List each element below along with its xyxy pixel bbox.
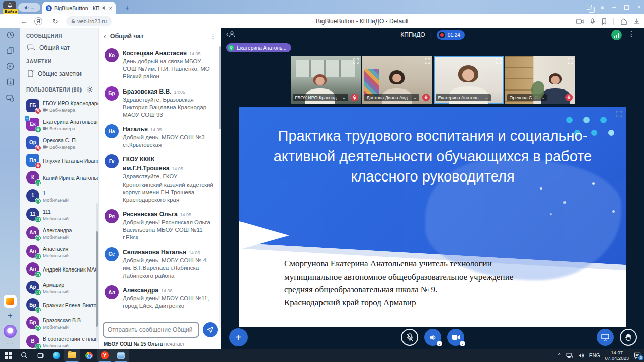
- user-list-item[interactable]: 1 ▪ 1 Мобильный: [20, 186, 98, 205]
- browser-menu-icon[interactable]: ≡: [600, 4, 604, 11]
- sidebar-item-public-chat[interactable]: Общий чат: [20, 42, 98, 54]
- minimize-button[interactable]: –: [612, 4, 616, 11]
- user-name: 111: [43, 209, 51, 215]
- mute-button[interactable]: [401, 329, 418, 346]
- user-list-item[interactable]: Пл ▪ Плухчи Наталья Ивановна: [20, 152, 98, 169]
- user-list-item[interactable]: Ар ▪ Армавир Мобильный: [20, 278, 98, 296]
- webcam-name-label[interactable]: Достова Диана Авд... ⌄: [364, 94, 420, 101]
- webcam-tile[interactable]: Екатерина Анатоль... ⌄: [434, 56, 504, 104]
- taskbar-search-icon[interactable]: [16, 349, 32, 362]
- start-button[interactable]: [0, 349, 16, 362]
- back-button[interactable]: ←: [18, 14, 30, 28]
- presentation-slide[interactable]: Практика трудового воспитания и социальн…: [239, 107, 626, 327]
- send-message-button[interactable]: [203, 322, 218, 337]
- taskbar-clock[interactable]: 14:07 07.04.2023: [605, 350, 629, 361]
- video-panel-icon[interactable]: [0, 62, 20, 70]
- user-list-item[interactable]: К ▪ Калий Ирина Анатольевна: [20, 169, 98, 186]
- message-text: Добрый день! Ряснянская Ольга Васильевна…: [123, 219, 216, 242]
- user-list-item[interactable]: Ал ▪ Александра Мобильный: [20, 223, 98, 242]
- audio-button[interactable]: ⌄: [424, 329, 441, 346]
- login-badge[interactable]: Войти: [3, 9, 18, 14]
- user-list-item[interactable]: В ▪ В соответствии с планом ме Мобильный: [20, 332, 98, 349]
- user-list-item[interactable]: 11 ▪ 111 Мобильный: [20, 205, 98, 223]
- restore-presentation-button[interactable]: [597, 329, 614, 346]
- chat-scrollbar[interactable]: [219, 46, 221, 328]
- browser-toolbar: ← Я ↻ veb.iro23.ru BigBlueButton - КППиД…: [0, 14, 644, 28]
- download-icon[interactable]: [634, 18, 640, 25]
- webcam-options-chevron[interactable]: ⌄: [460, 341, 465, 346]
- yandex-search-button[interactable]: Я: [34, 17, 42, 25]
- user-list-item[interactable]: Бр ▪ Бражник Елена Викторовна: [20, 296, 98, 313]
- user-list-item[interactable]: Ор ▪ Орехова С. П. Веб-камера: [20, 133, 98, 152]
- voice-assistant-button[interactable]: Войти: [3, 1, 16, 10]
- action-center-icon[interactable]: 6: [634, 352, 641, 359]
- close-button[interactable]: ×: [637, 4, 641, 11]
- message-author: ГКОУ КККК им.Г.Н.Трошева14:05: [123, 156, 183, 172]
- users-scrollbar[interactable]: [96, 203, 98, 342]
- camera-permission-icon[interactable]: [576, 19, 584, 24]
- edge-icon[interactable]: [48, 349, 64, 362]
- chat-input[interactable]: Отправить сообщение Общий чат: [103, 322, 199, 338]
- fullscreen-icon[interactable]: [425, 58, 430, 64]
- browser-tab[interactable]: b BigBlueButton - КПП ×: [42, 2, 116, 14]
- tray-expand-icon[interactable]: ^: [558, 352, 561, 358]
- file-explorer-icon[interactable]: [64, 349, 80, 362]
- yandex-browser-icon[interactable]: Y: [97, 349, 113, 362]
- chrome-icon[interactable]: [80, 349, 97, 362]
- add-panel-icon[interactable]: +: [0, 311, 20, 321]
- active-speaker-pill[interactable]: Екатерина Анатоль...: [226, 43, 291, 52]
- raise-hand-button[interactable]: [620, 329, 637, 346]
- fullscreen-icon[interactable]: [568, 58, 573, 64]
- network-icon[interactable]: [566, 353, 573, 358]
- connection-status-button[interactable]: [611, 30, 622, 40]
- chat-panel-icon[interactable]: [0, 95, 20, 102]
- tab-close-icon[interactable]: ×: [109, 5, 112, 11]
- webcam-name-label[interactable]: Орехова С. П. ⌄: [507, 94, 547, 101]
- user-avatar: Бр ▪: [26, 316, 39, 329]
- webcam-name-label[interactable]: Екатерина Анатоль... ⌄: [436, 94, 491, 101]
- new-tab-button[interactable]: +: [122, 2, 132, 12]
- collections-icon[interactable]: [620, 18, 627, 25]
- sidebar-more-icon[interactable]: ...: [0, 339, 20, 346]
- webcam-name-label[interactable]: ГБОУ ИРО Краснод... ⌄: [293, 94, 348, 101]
- user-list-item[interactable]: ГБ ▪ ГБОУ ИРО Краснодарског... (Вы) Веб-…: [20, 96, 98, 115]
- taskbar-app-icon[interactable]: [113, 349, 129, 362]
- user-list-item[interactable]: Ек ▪ Екатерина Анатольевна СОШ9 Веб-каме…: [20, 115, 98, 133]
- alice-assistant-icon[interactable]: [0, 325, 20, 338]
- mobile-badge-icon: ▪: [24, 116, 30, 121]
- yandex-mail-icon[interactable]: [4, 295, 17, 308]
- volume-icon[interactable]: [578, 353, 584, 358]
- fullscreen-icon[interactable]: [496, 58, 502, 64]
- webcam-tile[interactable]: ГБОУ ИРО Краснод... ⌄: [291, 56, 361, 104]
- fullscreen-icon[interactable]: [353, 58, 359, 64]
- sidebar-item-shared-notes[interactable]: Общие заметки: [20, 67, 98, 80]
- chat-message: Се Селиванова Наталья14:06 Добрый день. …: [105, 247, 216, 280]
- bookmark-icon[interactable]: [602, 18, 607, 25]
- users-settings-gear-icon[interactable]: [86, 86, 93, 93]
- tab-groups-icon[interactable]: [587, 5, 592, 10]
- chat-back-icon[interactable]: ‹: [104, 32, 106, 40]
- tabs-panel-icon[interactable]: [0, 47, 20, 54]
- slide-fullscreen-icon[interactable]: [616, 111, 622, 117]
- recording-timer[interactable]: 01:24: [437, 30, 465, 40]
- webcam-tile[interactable]: Орехова С. П. ⌄: [505, 56, 575, 104]
- address-bar[interactable]: veb.iro23.ru: [66, 16, 112, 26]
- user-list-item[interactable]: Ан ▪ Андрей Колесник МАОУ СОШ18: [20, 260, 98, 278]
- restore-button[interactable]: [624, 5, 629, 10]
- reload-button[interactable]: ↻: [49, 14, 61, 28]
- webcam-button[interactable]: ⌄: [447, 329, 464, 346]
- mic-permission-icon[interactable]: [590, 18, 595, 25]
- user-list-item[interactable]: Бр ▪ Бразовская В.В. Мобильный: [20, 313, 98, 332]
- task-view-icon[interactable]: [32, 349, 48, 362]
- tab-speaker-icon[interactable]: [102, 6, 106, 10]
- webcam-tile[interactable]: Достова Диана Авд... ⌄: [362, 56, 432, 104]
- history-icon[interactable]: [0, 31, 20, 39]
- tab-counter-icon[interactable]: 1: [0, 78, 20, 86]
- language-indicator[interactable]: ENG: [589, 353, 600, 358]
- tab-audio-pill[interactable]: ⌄: [18, 3, 40, 12]
- chat-options-kebab-icon[interactable]: ⋮: [210, 32, 216, 40]
- user-list-item[interactable]: Ан ▪ Анастасия Мобильный: [20, 242, 98, 260]
- hand-icon: [625, 334, 632, 341]
- audio-options-chevron[interactable]: ⌄: [437, 341, 442, 346]
- meeting-options-kebab-icon[interactable]: ⋮: [628, 30, 635, 38]
